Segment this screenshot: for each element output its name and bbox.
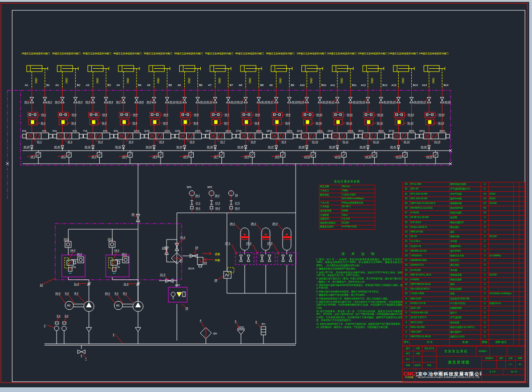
svg-text:DN10: DN10 [341, 78, 343, 83]
label: 31-7 [220, 140, 225, 143]
bom-row: 5QUQ2.5-20*2.5空气滤清器1 [403, 316, 525, 320]
note-item: 1. 泵站一台工作，一台备用。泵站启动前应检查油箱液位，系统额定工作压力7MPa… [316, 258, 402, 267]
cad-viewer-canvas[interactable]: { "colors":{"background":"#222831","whit… [0, 0, 532, 392]
label: 32-10 [316, 122, 322, 124]
label: 20YA [286, 130, 292, 132]
label: 28YA [409, 130, 415, 132]
params-row: 清洁度等级NAS8 [320, 209, 375, 213]
label: 30-33 [146, 145, 152, 148]
label: 32-1 [41, 122, 45, 124]
label: 25 [185, 307, 188, 310]
bom-row: 27A-Hb10L回油过滤器14 [403, 211, 525, 216]
label: 26-3 [272, 222, 277, 225]
label: 30-2 [47, 101, 52, 103]
bom-row: 10Y132S-4-B35电机2N=5.5KW n=1440rpm [403, 292, 525, 297]
technical-notes: 技 术 说 明 1. 泵站一台工作，一台备用。泵站启动前应检查油箱液位，系统额定… [316, 252, 402, 329]
label: 33-12 [377, 113, 383, 116]
label: B6 [199, 84, 203, 87]
label: 14#液压支架伸缩梁操作阀门 [419, 52, 448, 55]
bom-row: 20CQ11F-44球阀DN321 [403, 244, 525, 249]
label: 8-1 [123, 292, 127, 295]
svg-text:DN10: DN10 [219, 78, 221, 83]
label: 18-2 [215, 194, 219, 197]
note-item: 11. 油箱注油前应清洗干净，注油时经过滤器过滤，油液清洁度不低于规定等级要求。 [316, 323, 402, 326]
label: 10YA [134, 130, 140, 132]
label: SPT [175, 284, 180, 287]
valve-group: 3#液压支架伸缩梁操作阀门 DN10A3B330-530-6 33-3 32-3… [83, 52, 114, 164]
company-logo-sub: 中冶华雨 [405, 377, 414, 379]
label: 9#液压支架伸缩梁操作阀门 [266, 52, 294, 55]
label: B11 [352, 84, 357, 87]
label: 30-28 [445, 101, 451, 103]
label: 30-10 [169, 101, 175, 103]
label: 30YA [439, 130, 445, 132]
label: 32-13 [408, 122, 414, 124]
label: 30-14 [231, 101, 237, 103]
svg-text:DN10: DN10 [66, 78, 68, 83]
note-item: 12. 安装调试时，阀组件1（集成块）下各连接件，均需按规定力矩拧紧。 [316, 326, 402, 329]
bom-row: 25XJF-32/10橡胶金属软管3 [403, 220, 525, 225]
label: 30-30 [54, 145, 60, 148]
label: 32-12 [377, 122, 383, 124]
label: 24 [204, 261, 207, 264]
bom-row: 24HXQ2-L40/20-H吸油滤芯3 [403, 225, 525, 230]
label: 13YA [175, 130, 181, 132]
label: 3#液压支架伸缩梁操作阀门 [83, 52, 111, 55]
valve-group: 2#液压支架伸缩梁操作阀门 DN10A2B230-330-4 33-2 32-2… [52, 52, 83, 164]
label: B4 [138, 84, 142, 87]
label: 18YA [256, 130, 262, 132]
params-row: N=5.5KW n=1440rpm [320, 197, 375, 201]
label: 31-4 [129, 140, 133, 143]
label: SP1 [187, 186, 191, 189]
label: 30-35 [207, 145, 213, 148]
label: 21-3 [160, 273, 165, 276]
svg-text:DN10: DN10 [279, 78, 282, 83]
tb-approve: 批准 [422, 362, 437, 369]
svg-text:DN10: DN10 [432, 78, 435, 83]
bom-row: 33RYLC-50A磁性回油过滤器1 [403, 182, 525, 187]
valve-group: 1#液压支架伸缩梁操作阀门 DN10A1B130-130-2 33-1 32-1… [22, 52, 52, 164]
valve-group: 6#液压支架伸缩梁操作阀门 DN10A6B630-1130-12 33-6 32… [175, 52, 206, 164]
label: 30-12 [200, 101, 206, 103]
bom-row: 28DB-MDPL5-1212-D11集成块DN1042 [403, 206, 525, 211]
tb-standard: 标准化 [413, 362, 423, 369]
window-bottom-edge [0, 387, 532, 392]
valve-group: 5#液压支架伸缩梁操作阀门 DN10A5B530-930-10 33-5 32-… [144, 52, 175, 164]
bom-row: 22DF-25电磁水阀1DC24V [403, 235, 525, 240]
label: 30-38 [299, 145, 305, 148]
svg-text:DN10: DN10 [157, 78, 160, 83]
label: 30-36 [237, 145, 243, 148]
label: 26-1 [230, 222, 235, 225]
label: A1 [25, 84, 28, 87]
label: 10#液压支架伸缩梁操作阀门 [297, 52, 326, 55]
bom-header-row: 序号代 号名 称数量材料·备注 [403, 340, 525, 346]
label: A10 [300, 84, 305, 87]
params-row: 油箱容积1立方米 [320, 217, 375, 221]
label: 27YA [389, 130, 395, 132]
label: 12 [40, 283, 43, 286]
label: 27-3 [267, 242, 272, 245]
label: A7 [208, 84, 211, 87]
tb-drawing-title: 液压原理图 [436, 356, 482, 369]
label: 2#液压支架伸缩梁操作阀门 [52, 52, 80, 55]
bom-row: 32QSY-25空气滤清器(液位计)1 [403, 187, 525, 192]
label: 22YA [317, 130, 323, 132]
valve-group: 10#液压支架伸缩梁操作阀门 DN10A10B1030-1930-20 33-1… [297, 52, 328, 164]
label: 9YA [114, 130, 118, 132]
valve-group: 9#液压支架伸缩梁操作阀门 DN10A9B930-1730-18 33-9 32… [266, 52, 298, 164]
label: 31-13 [404, 140, 410, 143]
label: 19 [235, 194, 238, 196]
label: 33-10 [316, 113, 322, 116]
label: A13 [392, 84, 396, 87]
label: 5 [235, 320, 236, 323]
label: 31-6 [190, 140, 195, 143]
label: 32-14 [438, 122, 444, 124]
note-item: 3. 油温<25℃时，启动电加热器自动循环加热，油温升至35℃时停止加热；油温<… [316, 271, 402, 277]
label: 32-4 [132, 122, 137, 124]
valve-group: 7#液压支架伸缩梁操作阀门 DN10A7B730-1330-14 33-7 32… [205, 52, 237, 164]
label: 17-2 [215, 202, 220, 204]
label: 6YA [73, 130, 77, 132]
bom-row: 21LC-2.5L/L冷却器1 [403, 240, 525, 244]
valve-group: 12#液压支架伸缩梁操作阀门 DN10A12B1230-2330-24 33-1… [357, 52, 389, 164]
bom-row: 26KF-8F-N-2-20-NH溢流阀1 [403, 216, 525, 220]
